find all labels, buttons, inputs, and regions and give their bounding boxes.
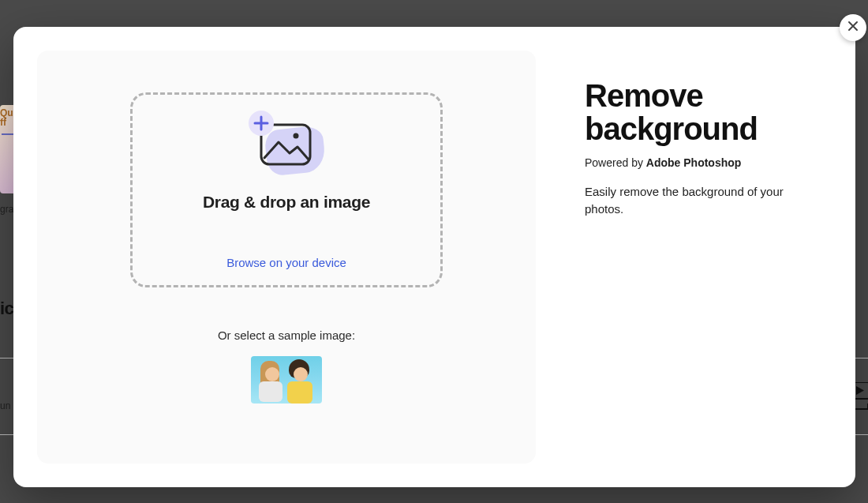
powered-by-brand: Adobe Photoshop bbox=[646, 156, 742, 169]
svg-marker-1 bbox=[856, 386, 864, 395]
powered-by-prefix: Powered by bbox=[585, 156, 646, 169]
dropzone-illustration bbox=[249, 117, 324, 175]
plus-icon bbox=[249, 111, 274, 136]
sample-image-label: Or select a sample image: bbox=[37, 328, 536, 342]
modal-description: Easily remove the background of your pho… bbox=[585, 183, 821, 218]
modal-title-line1: Remove bbox=[585, 78, 703, 113]
modal-title-line2: background bbox=[585, 111, 758, 146]
powered-by-text: Powered by Adobe Photoshop bbox=[585, 156, 821, 169]
sample-image-thumbnail[interactable] bbox=[251, 356, 322, 404]
modal-title: Remove background bbox=[585, 79, 821, 145]
info-panel: Remove background Powered by Adobe Photo… bbox=[585, 79, 821, 218]
bg-section-heading: ic bbox=[0, 298, 13, 319]
browse-device-link[interactable]: Browse on your device bbox=[226, 256, 346, 269]
close-icon bbox=[847, 20, 859, 36]
remove-background-modal: Drag & drop an image Browse on your devi… bbox=[13, 27, 855, 487]
dropzone[interactable]: Drag & drop an image Browse on your devi… bbox=[130, 92, 443, 287]
bg-footer-text: un bbox=[0, 400, 10, 411]
bg-card-label: gra bbox=[0, 204, 13, 215]
upload-panel: Drag & drop an image Browse on your devi… bbox=[37, 51, 536, 464]
close-button[interactable] bbox=[840, 14, 866, 41]
dropzone-headline: Drag & drop an image bbox=[203, 193, 370, 212]
svg-point-3 bbox=[294, 133, 299, 139]
